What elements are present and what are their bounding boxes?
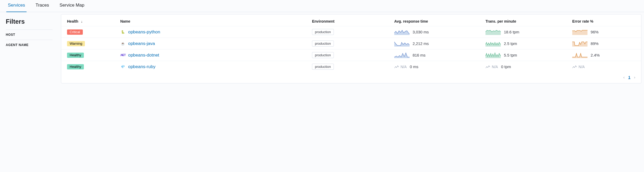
java-icon: ☕ [120,41,125,46]
python-icon: 🐍 [120,29,125,35]
environment-badge: production [312,64,334,70]
filter-section-host[interactable]: HOST [6,29,53,40]
sparkline-error [572,29,587,35]
tpm-value: 0 tpm [501,64,511,69]
sparkline-error [572,41,587,47]
pagination: ‹ 1 › [61,72,641,81]
tab-services[interactable]: Services [6,0,27,12]
next-page-icon[interactable]: › [634,75,635,79]
table-row: Healthy 💎 opbeans-ruby production N/A0 m… [61,61,641,73]
avg-response-value: 3,030 ms [413,30,429,34]
sparkline-tpm [485,52,501,58]
service-link[interactable]: opbeans-dotnet [128,53,159,58]
health-badge: Warning [67,41,85,46]
service-link[interactable]: opbeans-java [128,41,155,46]
service-link[interactable]: opbeans-ruby [128,64,155,69]
col-health[interactable]: Health ↓ [61,17,116,26]
col-avg-response[interactable]: Avg. response time [390,17,481,26]
na-response: N/A [394,65,407,69]
avg-response-value: 0 ms [410,64,418,69]
ruby-icon: 💎 [120,64,125,69]
na-tpm: N/A [485,65,498,69]
sparkline-response [394,52,410,58]
filter-section-agent-name[interactable]: AGENT NAME [6,40,53,50]
environment-badge: production [312,52,334,58]
environment-badge: production [312,29,334,35]
col-error-rate[interactable]: Error rate % [568,17,641,26]
filters-sidebar: Filters HOSTAGENT NAME [0,14,58,86]
table-row: Critical 🐍 opbeans-python production 3,0… [61,26,641,38]
error-rate-value: 2.4% [591,53,600,57]
na-error: N/A [572,65,585,69]
tab-traces[interactable]: Traces [34,0,50,12]
error-rate-value: 96% [591,30,599,34]
avg-response-value: 2,212 ms [413,41,429,46]
tpm-value: 2.5 tpm [504,41,517,46]
tab-service-map[interactable]: Service Map [58,0,86,12]
sparkline-response [394,29,410,35]
page-number[interactable]: 1 [628,75,630,79]
health-badge: Healthy [67,64,84,69]
prev-page-icon[interactable]: ‹ [623,75,625,79]
error-rate-value: 89% [591,41,599,46]
table-row: Warning ☕ opbeans-java production 2,212 … [61,38,641,49]
sparkline-error [572,52,587,58]
avg-response-value: 816 ms [413,53,426,57]
environment-badge: production [312,41,334,47]
service-link[interactable]: opbeans-python [128,29,160,35]
tpm-value: 5.5 tpm [504,53,517,57]
services-table-panel: Health ↓ Name Environment Avg. response … [61,14,641,83]
filters-heading: Filters [6,18,53,25]
sparkline-response [394,41,410,47]
dotnet-icon: .NET [120,53,125,58]
sparkline-tpm [485,29,501,35]
sort-down-icon: ↓ [81,19,83,23]
sparkline-tpm [485,41,501,47]
col-environment[interactable]: Environment [308,17,390,26]
tabs-bar: ServicesTracesService Map [0,0,644,12]
health-badge: Healthy [67,53,84,58]
health-badge: Critical [67,29,83,35]
services-table: Health ↓ Name Environment Avg. response … [61,17,641,72]
col-health-label: Health [67,19,78,23]
col-name[interactable]: Name [116,17,308,26]
col-tpm[interactable]: Trans. per minute [481,17,568,26]
main-content: Health ↓ Name Environment Avg. response … [58,14,644,86]
tpm-value: 18.6 tpm [504,30,519,34]
table-row: Healthy .NET opbeans-dotnet production 8… [61,49,641,61]
